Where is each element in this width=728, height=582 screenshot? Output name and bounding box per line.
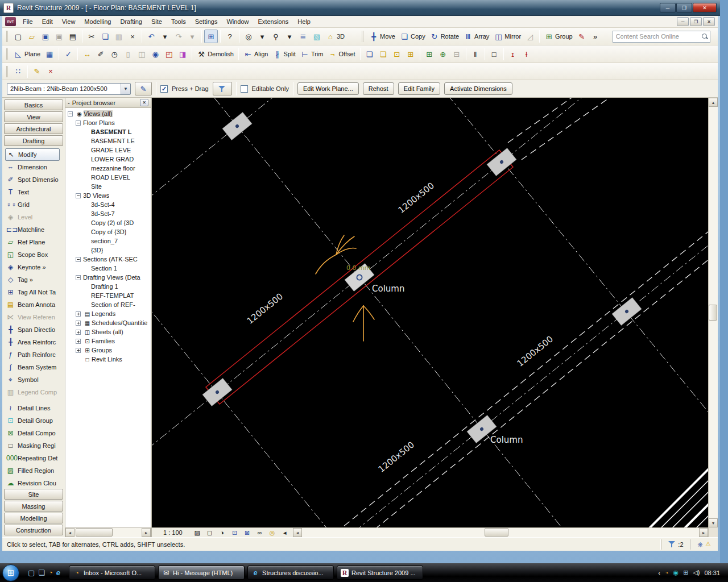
options-button[interactable]: Activate Dimensions <box>444 82 512 95</box>
design-tool[interactable]: ▨ Filled Region <box>5 464 64 477</box>
toolbar-button[interactable]: ▣ <box>39 30 52 43</box>
toolbar-button[interactable]: ▧ <box>310 30 324 43</box>
taskbar-task-button[interactable]: ◔ Inbox - Microsoft O... <box>69 566 155 580</box>
tree-item[interactable]: ROAD LEVEL <box>65 173 151 182</box>
tree-item[interactable]: BASEMENT L <box>65 127 151 136</box>
mdi-restore-button[interactable]: ❐ <box>690 17 702 26</box>
toolbar-button[interactable]: ✎ <box>575 30 589 43</box>
menu-item[interactable]: Extensions <box>254 16 293 27</box>
toolbar-button[interactable]: ⊞ Group <box>542 30 575 43</box>
scroll-up-icon[interactable]: ▴ <box>709 98 718 107</box>
toolbar-button[interactable]: ‖ <box>469 47 482 61</box>
tree-expander-icon[interactable] <box>76 339 81 344</box>
toolbar-button[interactable]: ❏ Copy <box>398 30 428 43</box>
design-tool[interactable]: ⊞ Tag All Not Ta <box>5 286 64 298</box>
toolbar-button[interactable]: ⇤ Align <box>241 47 270 61</box>
toolbar-button[interactable]: ↔ <box>80 47 94 61</box>
toolbar-button[interactable]: ∦ Split <box>270 47 297 61</box>
temporary-hide-icon[interactable]: ∞ <box>254 529 266 536</box>
tree-item[interactable]: Floor Plans <box>65 118 151 127</box>
toolbar-button[interactable]: ▦ <box>43 47 56 61</box>
ie-launch-icon[interactable]: e <box>56 568 60 577</box>
design-bar-tab[interactable]: Construction <box>4 525 63 535</box>
toolbar-button[interactable]: ❏ <box>377 47 390 61</box>
toolbar-button[interactable]: ⊞ <box>204 30 218 43</box>
type-selector[interactable]: 2Nib-Beam : 2Nib-Beam 1200x500 ▼ <box>7 83 131 95</box>
toolbar-button[interactable]: × <box>44 65 57 78</box>
content-search-input[interactable] <box>615 32 701 40</box>
menu-item[interactable]: Drafting <box>115 16 147 27</box>
scroll-down-icon[interactable]: ▾ <box>709 518 718 527</box>
crop-region-icon[interactable]: ⊡ <box>229 529 241 537</box>
toolbar-button[interactable]: ◨ <box>176 47 189 61</box>
detail-level-icon[interactable]: ▨ <box>192 529 203 537</box>
tree-item[interactable]: Copy of {3D} <box>65 227 151 236</box>
toolbar-button[interactable]: ◫ <box>135 47 148 61</box>
communication-center-pane[interactable]: ⎈ ⚠ <box>690 539 718 550</box>
toolbar-button[interactable]: ⊢ Trim <box>298 47 326 61</box>
design-tool[interactable]: ♀♀ Grid <box>5 198 64 211</box>
tree-item[interactable]: Section of REF- <box>65 300 151 309</box>
toolbar-grip[interactable] <box>6 31 9 42</box>
tree-item[interactable]: ▦ Schedules/Quantitie <box>65 318 151 327</box>
design-bar-tab[interactable]: Site <box>4 489 63 500</box>
toolbar-button[interactable]: ↻ Rotate <box>428 30 461 43</box>
taskbar-task-button[interactable]: ✉ Hi - Message (HTML) <box>158 566 245 580</box>
design-tool[interactable]: ◈ Level <box>5 211 64 223</box>
tree-item[interactable]: LOWER GRAD <box>65 155 151 164</box>
press-drag-checkbox[interactable]: ✓ <box>160 85 168 93</box>
tree-item[interactable]: ⊡ Families <box>65 336 151 346</box>
menu-item[interactable]: View <box>57 16 80 27</box>
tree-expander-icon[interactable] <box>76 257 81 262</box>
toolbar-button[interactable]: ⊕ <box>436 47 450 61</box>
toolbar-button[interactable]: ✐ <box>94 47 107 61</box>
design-bar-tab[interactable]: Drafting <box>4 135 63 146</box>
design-bar-tab[interactable]: Basics <box>4 99 63 110</box>
toolbar-button[interactable]: ↶ <box>144 30 158 43</box>
design-tool[interactable]: ▥ Legend Comp <box>5 386 64 398</box>
tree-item[interactable]: REF-TEMPLAT <box>65 291 151 300</box>
toolbar-button[interactable]: Ɨ <box>520 47 533 61</box>
toolbar-button[interactable]: ▢ <box>11 30 25 43</box>
toolbar-button[interactable]: ✂ <box>85 30 98 43</box>
tree-item[interactable]: Site <box>65 182 151 191</box>
toolbar-button[interactable]: ? <box>223 30 237 43</box>
toolbar-button[interactable]: ▱ <box>25 30 39 43</box>
canvas-vertical-scrollbar[interactable]: ▴ ▾ <box>708 98 718 537</box>
toolbar-button[interactable]: ◎ <box>242 30 255 43</box>
toolbar-button[interactable]: ❏ <box>98 30 112 43</box>
design-tool[interactable]: ⇔ Dimension <box>5 161 64 173</box>
toolbar-button[interactable]: ∷ <box>11 65 25 78</box>
show-desktop-icon[interactable]: ▢ <box>28 568 35 577</box>
design-tool[interactable]: ▤ Beam Annota <box>5 298 64 311</box>
menu-item[interactable]: File <box>18 16 38 27</box>
view-scale[interactable]: 1 : 100 <box>163 529 183 536</box>
tree-expander-icon[interactable] <box>76 120 81 126</box>
options-button[interactable]: Rehost <box>363 82 394 95</box>
toolbar-button[interactable]: ▾ <box>185 30 199 43</box>
toolbar-button[interactable]: ◉ <box>148 47 162 61</box>
toolbar-button[interactable]: ⊞ <box>404 47 417 61</box>
tree-expander-icon[interactable] <box>76 311 81 317</box>
toolbar-button[interactable]: ◷ <box>107 47 121 61</box>
toolbar-button[interactable]: ⚒ Demolish <box>195 47 236 61</box>
tree-item[interactable]: BASEMENT LE <box>65 136 151 146</box>
design-bar-tab[interactable]: View <box>4 111 63 122</box>
tree-item[interactable]: □ Revit Links <box>65 355 151 364</box>
tree-expander-icon[interactable] <box>76 193 81 198</box>
tree-item[interactable]: 3D Views <box>65 191 151 200</box>
design-tool[interactable]: ◈ Keynote » <box>5 261 64 273</box>
outlook-launch-icon[interactable]: ◔ <box>48 568 53 577</box>
tree-item[interactable]: section_7 <box>65 236 151 246</box>
toolbar-button[interactable]: ◿ <box>523 30 537 43</box>
toolbar-button[interactable]: ⌂ 3D <box>324 30 347 43</box>
toolbar-button[interactable]: ɪ <box>506 47 520 61</box>
toolbar-button[interactable]: ╋ Move <box>367 30 398 43</box>
design-tool[interactable]: ▱ Ref Plane <box>5 236 64 248</box>
design-tool[interactable]: ≀ Detail Lines <box>5 402 64 414</box>
design-tool[interactable]: ↖ Modify <box>5 148 60 161</box>
volume-tray-icon[interactable]: ◁) <box>693 569 700 576</box>
element-properties-button[interactable]: ✎ <box>135 82 152 95</box>
scroll-left-icon[interactable]: ◂ <box>293 528 302 537</box>
project-browser-header[interactable]: - Project browser ✕ <box>65 98 151 108</box>
